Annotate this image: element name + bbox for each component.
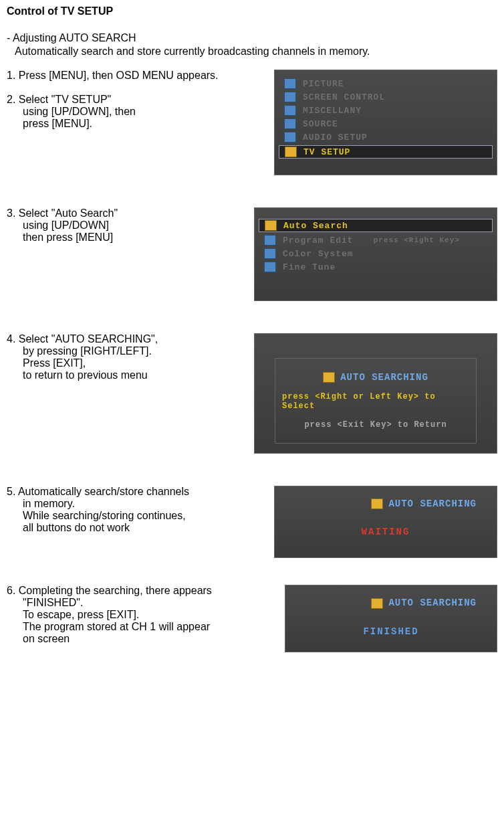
step-1-line-1: 1. Press [MENU], then OSD MENU appears. bbox=[7, 70, 274, 82]
step-3-line-3: then press [MENU] bbox=[23, 231, 254, 244]
step-2-line-2: using [UP/DOWN], then bbox=[23, 106, 274, 118]
step-5-line-4: all buttons do not work bbox=[23, 522, 274, 534]
step-4-line-2: by pressing [RIGHT/LEFT]. bbox=[23, 345, 254, 357]
auto-searching-hint-1: press <Right or Left Key> to Select bbox=[282, 392, 469, 411]
menu-icon bbox=[284, 78, 296, 89]
auto-searching-title-3: AUTO SEARCHING bbox=[388, 597, 477, 608]
menu-icon bbox=[284, 118, 296, 129]
menu-item-source: SOURCE bbox=[303, 119, 338, 129]
menu-icon-active bbox=[285, 147, 297, 157]
menu-item-miscellany: MISCELLANY bbox=[303, 106, 362, 116]
step-6-line-5: on screen bbox=[23, 633, 285, 645]
osd-auto-searching-finished: AUTO SEARCHING FINISHED bbox=[285, 585, 497, 652]
step-2-line-3: press [MENU]. bbox=[23, 118, 274, 130]
menu-icon bbox=[284, 92, 296, 102]
status-finished: FINISHED bbox=[292, 626, 490, 637]
osd-auto-searching-waiting: AUTO SEARCHING WAITING bbox=[274, 486, 497, 558]
osd-auto-searching-prompt: AUTO SEARCHING press <Right or Left Key>… bbox=[254, 333, 497, 454]
step-6-line-2: "FINISHED". bbox=[23, 597, 285, 609]
submenu-fine-tune: Fine Tune bbox=[283, 262, 336, 272]
menu-item-tv-setup: TV SETUP bbox=[303, 147, 350, 157]
page-title: Control of TV SETUP bbox=[7, 5, 497, 17]
step-4-line-4: to return to previous menu bbox=[23, 369, 254, 381]
menu-icon-active bbox=[265, 220, 277, 231]
intro-line-1: - Adjusting AUTO SEARCH bbox=[7, 32, 497, 44]
osd-main-menu: PICTURE SCREEN CONTROL MISCELLANY SOURCE… bbox=[274, 70, 497, 175]
step-6-line-1: 6. Completing the searching, there appea… bbox=[7, 585, 285, 597]
submenu-program-edit: Program Edit bbox=[283, 236, 354, 246]
step-5-line-1: 5. Automatically search/store channels bbox=[7, 486, 274, 498]
menu-icon-active bbox=[323, 372, 335, 383]
menu-icon-active bbox=[371, 498, 383, 509]
auto-searching-hint-2: press <Exit Key> to Return bbox=[304, 420, 447, 430]
menu-item-picture: PICTURE bbox=[303, 79, 344, 89]
auto-searching-title-2: AUTO SEARCHING bbox=[388, 498, 477, 509]
menu-icon bbox=[284, 132, 296, 143]
menu-icon bbox=[264, 262, 276, 272]
step-6-line-4: The program stored at CH 1 will appear bbox=[23, 621, 285, 633]
step-3-line-1: 3. Select "Auto Search" bbox=[7, 207, 254, 219]
auto-searching-title: AUTO SEARCHING bbox=[340, 372, 428, 383]
menu-icon bbox=[264, 235, 276, 246]
step-2-line-1: 2. Select "TV SETUP" bbox=[7, 94, 274, 106]
menu-item-audio-setup: AUDIO SETUP bbox=[303, 132, 368, 143]
menu-item-screen-control: SCREEN CONTROL bbox=[303, 92, 385, 102]
submenu-color-system: Color System bbox=[283, 249, 354, 259]
step-5-line-3: While searching/storing continues, bbox=[23, 510, 274, 522]
menu-icon bbox=[284, 105, 296, 116]
step-6-line-3: To escape, press [EXIT]. bbox=[23, 609, 285, 621]
step-5-line-2: in memory. bbox=[23, 498, 274, 510]
step-3-line-2: using [UP/DOWN] bbox=[23, 219, 254, 231]
step-4-line-3: Press [EXIT], bbox=[23, 357, 254, 369]
menu-icon bbox=[264, 248, 276, 259]
osd-tv-setup-menu: Auto Search Program Editpress <Right Key… bbox=[254, 207, 497, 301]
step-4-line-1: 4. Select "AUTO SEARCHING", bbox=[7, 333, 254, 345]
intro-line-2: Automatically search and store currently… bbox=[15, 45, 497, 58]
menu-icon-active bbox=[371, 598, 383, 609]
submenu-auto-search: Auto Search bbox=[283, 221, 348, 231]
status-waiting: WAITING bbox=[281, 527, 490, 537]
submenu-program-edit-hint: press <Right Key> bbox=[374, 236, 460, 244]
